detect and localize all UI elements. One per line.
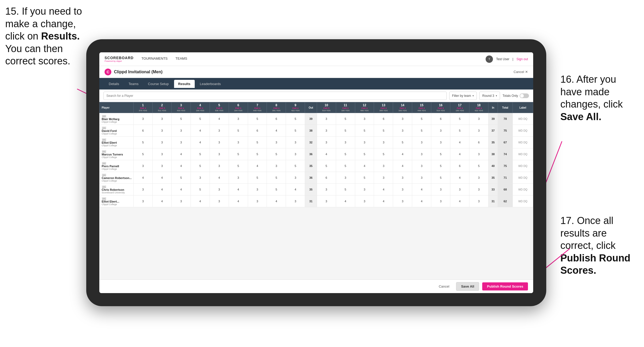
score-hole-6[interactable]: 5 [229,125,248,137]
score-hole-9[interactable]: 3 [286,148,305,160]
score-hole-6[interactable]: 5 [229,160,248,172]
score-hole-14[interactable]: 3 [393,195,412,207]
wd-label[interactable]: WD [518,117,523,120]
score-hole-3[interactable]: 4 [171,148,191,160]
score-hole-7[interactable]: 3 [248,195,267,207]
score-hole-18[interactable]: 3 [469,195,488,207]
score-hole-2[interactable]: 3 [152,148,171,160]
tab-teams[interactable]: Teams [124,80,143,88]
score-hole-3[interactable]: 5 [171,172,191,184]
player-name[interactable]: Cameron Robertson... [102,176,133,180]
score-hole-4[interactable]: 4 [191,195,210,207]
score-hole-4[interactable]: 5 [191,113,210,125]
score-hole-10[interactable]: 3 [317,184,336,195]
score-hole-7[interactable]: 5 [248,113,267,125]
wd-label[interactable]: WD [518,176,523,179]
score-hole-9[interactable]: 3 [286,137,305,148]
score-hole-13[interactable]: 3 [374,160,393,172]
score-hole-7[interactable]: 5 [248,137,267,148]
score-hole-12[interactable]: 5 [355,172,374,184]
score-hole-14[interactable]: 3 [393,125,412,137]
wd-label[interactable]: WD [518,153,523,156]
score-hole-11[interactable]: 5 [336,184,355,195]
save-all-button[interactable]: Save All [456,282,479,291]
tab-results[interactable]: Results [174,80,195,88]
score-hole-8[interactable]: 3 [267,160,286,172]
score-hole-14[interactable]: 3 [393,172,412,184]
score-hole-17[interactable]: 6 [450,160,469,172]
score-hole-2[interactable]: 3 [152,113,171,125]
score-hole-18[interactable]: 5 [469,160,488,172]
score-hole-5[interactable]: 4 [210,172,229,184]
score-hole-2[interactable]: 3 [152,160,171,172]
score-hole-10[interactable]: 3 [317,113,336,125]
player-name[interactable]: Chris Robertson [102,188,133,191]
score-hole-9[interactable]: 3 [286,195,305,207]
score-hole-16[interactable]: 5 [431,148,450,160]
score-hole-11[interactable]: 4 [336,195,355,207]
score-hole-12[interactable]: 3 [355,184,374,195]
wd-label[interactable]: WD [518,200,523,203]
score-hole-5[interactable]: 4 [210,113,229,125]
score-hole-5[interactable]: 3 [210,125,229,137]
score-hole-13[interactable]: 4 [374,184,393,195]
score-hole-1[interactable]: 5 [134,137,153,148]
score-hole-3[interactable]: 3 [171,137,191,148]
player-name[interactable]: Blair McHarg [102,117,133,121]
score-hole-8[interactable]: 6 [267,113,286,125]
score-hole-1[interactable]: 3 [134,160,153,172]
score-hole-6[interactable]: 4 [229,195,248,207]
score-hole-16[interactable]: 5 [431,160,450,172]
round-dropdown[interactable]: Round 3 ▾ [479,92,500,100]
filter-by-team-dropdown[interactable]: Filter by team ▾ [449,92,477,100]
score-hole-5[interactable]: 3 [210,137,229,148]
dq-label[interactable]: DQ [524,200,527,203]
score-hole-5[interactable]: 3 [210,160,229,172]
score-hole-10[interactable]: 4 [317,148,336,160]
score-hole-13[interactable]: 3 [374,137,393,148]
score-hole-13[interactable]: 6 [374,113,393,125]
score-hole-17[interactable]: 4 [450,172,469,184]
signout-link[interactable]: Sign out [516,57,528,61]
score-hole-10[interactable]: 3 [317,137,336,148]
score-hole-16[interactable]: 5 [431,172,450,184]
player-name[interactable]: Marcus Turners [102,153,133,156]
wd-label[interactable]: WD [518,129,523,132]
score-hole-2[interactable]: 3 [152,137,171,148]
publish-round-scores-button[interactable]: Publish Round Scores [482,282,528,290]
score-hole-10[interactable]: 5 [317,160,336,172]
score-hole-11[interactable]: 5 [336,113,355,125]
score-hole-1[interactable]: 3 [134,184,153,195]
score-hole-3[interactable]: 3 [171,125,191,137]
score-hole-11[interactable]: 5 [336,148,355,160]
score-hole-6[interactable]: 5 [229,148,248,160]
score-hole-18[interactable]: 3 [469,172,488,184]
score-hole-17[interactable]: 4 [450,148,469,160]
score-hole-9[interactable]: 5 [286,160,305,172]
score-hole-18[interactable]: 3 [469,113,488,125]
dq-label[interactable]: DQ [524,153,527,156]
score-hole-8[interactable]: 5 [267,172,286,184]
score-hole-3[interactable]: 4 [171,184,191,195]
score-hole-3[interactable]: 3 [171,195,191,207]
wd-label[interactable]: WD [518,188,523,191]
score-hole-14[interactable]: 4 [393,160,412,172]
score-hole-8[interactable]: 3 [267,137,286,148]
wd-label[interactable]: WD [518,141,523,144]
score-hole-16[interactable]: 3 [431,125,450,137]
player-name[interactable]: Piers Parnell [102,165,133,168]
score-hole-12[interactable]: 3 [355,195,374,207]
tab-leaderboards[interactable]: Leaderboards [196,80,225,88]
score-hole-6[interactable]: 3 [229,113,248,125]
wd-label[interactable]: WD [518,165,523,167]
score-hole-17[interactable]: 5 [450,113,469,125]
score-hole-1[interactable]: 4 [134,172,153,184]
score-hole-4[interactable]: 5 [191,184,210,195]
score-hole-7[interactable]: 4 [248,160,267,172]
score-hole-12[interactable]: 5 [355,125,374,137]
score-hole-17[interactable]: 4 [450,195,469,207]
score-hole-4[interactable]: 4 [191,137,210,148]
score-hole-14[interactable]: 5 [393,137,412,148]
score-hole-18[interactable]: 6 [469,137,488,148]
score-hole-1[interactable]: 3 [134,113,153,125]
